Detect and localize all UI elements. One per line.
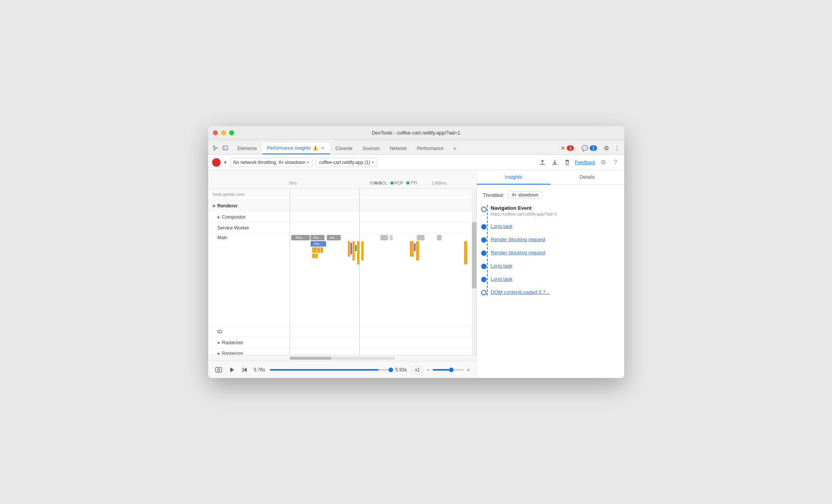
tab-more[interactable]: » bbox=[449, 143, 461, 154]
upload-icon[interactable] bbox=[538, 158, 547, 167]
minimize-button[interactable] bbox=[221, 130, 226, 135]
compositor-row: ▶ Compositor bbox=[208, 212, 476, 223]
renderer-expand-icon[interactable]: ▶ bbox=[213, 204, 216, 208]
timeline-scrollbar-horizontal[interactable] bbox=[208, 355, 476, 361]
dom-content-loaded-link[interactable]: DOM contentLoaded 0.7... bbox=[491, 289, 550, 295]
help-icon[interactable]: ? bbox=[611, 158, 620, 167]
play-icon[interactable] bbox=[228, 366, 236, 374]
dcl-label: DCL bbox=[379, 181, 387, 185]
tab-performance[interactable]: Performance bbox=[412, 143, 448, 154]
skip-back-icon[interactable] bbox=[241, 366, 249, 374]
screenshot-icon[interactable] bbox=[214, 366, 223, 374]
devtools-window: DevTools - coffee-cart.netlify.app/?ad=1… bbox=[208, 126, 624, 378]
settings-gear-icon[interactable]: ⚙ bbox=[602, 144, 610, 152]
run-bar-1[interactable]: Run... bbox=[291, 235, 310, 240]
error-badge-btn[interactable]: ✕ 1 bbox=[558, 144, 576, 152]
navigation-event-dot bbox=[481, 207, 487, 212]
run-bar-3[interactable]: Ru... bbox=[327, 235, 341, 240]
message-badge-btn[interactable]: 💬 1 bbox=[579, 144, 599, 152]
main-content: 0ms 800ms 1,600ms DCL FCP bbox=[208, 170, 624, 378]
flame-l3-2 bbox=[316, 254, 318, 258]
time-slider-filled bbox=[270, 369, 379, 371]
target-dropdown[interactable]: coffee-cart.netlify.app (1) ▾ bbox=[316, 158, 377, 167]
tti-marker: TTI bbox=[406, 181, 417, 185]
timeline-body[interactable]: fonts.gstatic.com ▶ Renderer bbox=[208, 189, 476, 355]
zoom-slider-thumb[interactable] bbox=[449, 368, 454, 372]
bottom-bar: 5.76s 5.93s x1 − + bbox=[208, 361, 476, 378]
zoom-in-icon[interactable]: + bbox=[467, 367, 470, 373]
navigation-event-url: https://coffee-cart.netlify.app/?ad=1 bbox=[491, 212, 618, 216]
zoom-slider[interactable] bbox=[433, 369, 464, 371]
renderer-row-content bbox=[290, 200, 476, 211]
toolbar: ▾ No network throttling, 4× slowdown ▾ c… bbox=[208, 155, 624, 170]
tab-warning-icon: ⚠️ bbox=[312, 145, 318, 151]
service-worker-row: Service Worker bbox=[208, 223, 476, 233]
tti-dot bbox=[406, 181, 409, 185]
long-task-2-link[interactable]: Long task bbox=[491, 263, 513, 269]
throttled-value[interactable]: 4× slowdown bbox=[507, 191, 543, 199]
timeline-rows-container: fonts.gstatic.com ▶ Renderer bbox=[208, 189, 476, 361]
event-timeline-line bbox=[487, 205, 488, 295]
run-bar-2[interactable]: Ru... bbox=[311, 235, 325, 240]
throttling-dropdown[interactable]: No network throttling, 4× slowdown ▾ bbox=[230, 158, 312, 167]
service-worker-row-content bbox=[290, 223, 476, 233]
zoom-level[interactable]: x1 bbox=[411, 366, 423, 374]
tab-right-icons: ✕ 1 💬 1 ⚙ ⋮ bbox=[558, 144, 621, 154]
mid-flame-2 bbox=[352, 241, 355, 261]
more-options-icon[interactable]: ⋮ bbox=[613, 144, 621, 152]
rasterizer-2-label: ▶ Rasterizer bbox=[208, 349, 290, 355]
time-slider-thumb[interactable] bbox=[388, 368, 393, 372]
settings-icon[interactable]: ⚙ bbox=[599, 158, 608, 167]
render-blocking-2-link[interactable]: Render blocking request bbox=[491, 250, 545, 255]
zoom-out-icon[interactable]: − bbox=[426, 367, 430, 373]
svg-marker-5 bbox=[230, 368, 234, 372]
message-count: 1 bbox=[590, 145, 597, 151]
rasterizer-1-label: ▶ Rasterizer bbox=[208, 338, 290, 347]
maximize-button[interactable] bbox=[229, 130, 234, 135]
tab-sources[interactable]: Sources bbox=[358, 143, 384, 154]
dom-content-loaded-item: DOM contentLoaded 0.7... bbox=[491, 288, 618, 295]
render-blocking-1-link[interactable]: Render blocking request bbox=[491, 236, 545, 242]
long-task-3-dot bbox=[481, 277, 487, 282]
rasterizer-2-row-content bbox=[290, 348, 476, 355]
timeline-scrollbar-vertical[interactable] bbox=[472, 189, 476, 355]
tab-insights[interactable]: Insights bbox=[477, 170, 551, 185]
compositor-expand-icon[interactable]: ▶ bbox=[217, 215, 221, 219]
scrollbar-track[interactable] bbox=[290, 357, 395, 360]
title-bar: DevTools - coffee-cart.netlify.app/?ad=1 bbox=[208, 126, 624, 140]
par-bar[interactable]: Par... bbox=[311, 241, 326, 247]
render-blocking-1-item: Render blocking request bbox=[491, 236, 618, 243]
time-end: 5.93s bbox=[395, 367, 407, 373]
insights-panel: Insights Details Throttled: 4× slowdown bbox=[477, 170, 624, 378]
delete-icon[interactable] bbox=[563, 158, 572, 167]
rasterizer-2-expand-icon[interactable]: ▶ bbox=[217, 351, 221, 355]
record-button[interactable] bbox=[212, 158, 221, 167]
tab-details[interactable]: Details bbox=[551, 170, 624, 185]
feedback-link[interactable]: Feedback bbox=[575, 160, 596, 165]
tab-elements[interactable]: Elements bbox=[233, 143, 262, 154]
time-slider[interactable] bbox=[270, 369, 391, 371]
tab-network[interactable]: Network bbox=[385, 143, 411, 154]
io-label: IO bbox=[208, 328, 290, 336]
download-icon[interactable] bbox=[550, 158, 559, 167]
tab-console[interactable]: Console bbox=[331, 143, 357, 154]
long-task-3-link[interactable]: Long task bbox=[491, 276, 513, 282]
tab-close-icon[interactable]: ✕ bbox=[320, 145, 325, 151]
timeline-ruler: 0ms 800ms 1,600ms DCL FCP bbox=[290, 185, 476, 187]
right-flame-purple bbox=[414, 243, 416, 251]
long-task-1-link[interactable]: Long task bbox=[491, 223, 513, 229]
close-button[interactable] bbox=[213, 130, 218, 135]
zoom-slider-filled bbox=[433, 369, 451, 371]
cursor-icon[interactable] bbox=[211, 144, 219, 152]
rasterizer-1-expand-icon[interactable]: ▶ bbox=[217, 340, 221, 345]
render-blocking-2-dot bbox=[481, 250, 487, 256]
element-picker-icon[interactable] bbox=[221, 144, 229, 152]
far-right-flame bbox=[464, 241, 467, 264]
mid-flame-green bbox=[355, 245, 357, 251]
timeline-scrollbar-thumb[interactable] bbox=[472, 222, 476, 288]
timeline-header: 0ms 800ms 1,600ms DCL FCP bbox=[208, 170, 476, 189]
zoom-controls: x1 − + bbox=[411, 366, 470, 374]
record-dropdown-icon[interactable]: ▾ bbox=[224, 159, 227, 166]
scrollbar-thumb[interactable] bbox=[290, 357, 332, 360]
tab-performance-insights[interactable]: Performance insights ⚠️ ✕ bbox=[262, 143, 330, 154]
